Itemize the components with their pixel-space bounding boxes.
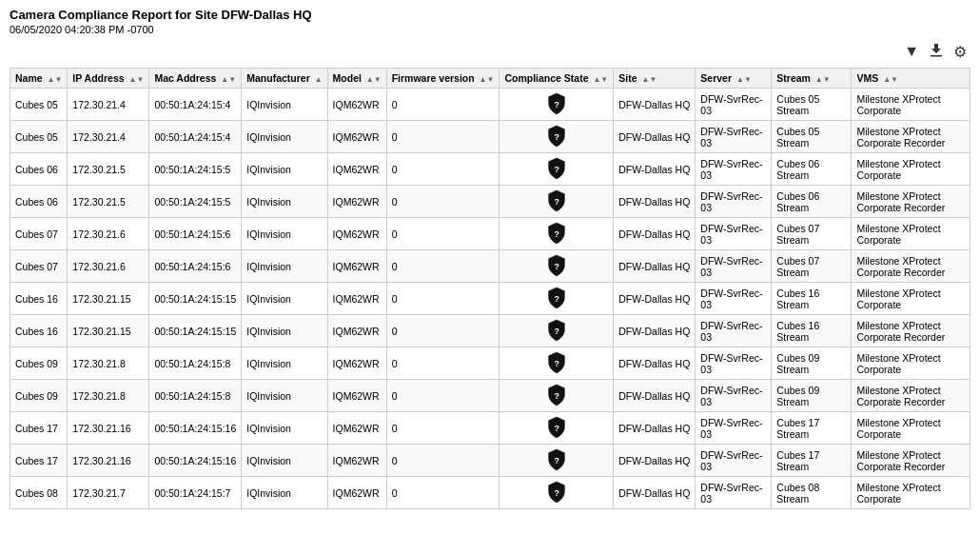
cell-model: IQM62WR — [327, 477, 386, 509]
cell-mac: 00:50:1A:24:15:5 — [149, 186, 242, 218]
cell-stream: Cubes 17 Stream — [772, 445, 852, 477]
cell-stream: Cubes 07 Stream — [772, 250, 852, 283]
compliance-shield-icon: ? — [544, 253, 569, 278]
cell-stream: Cubes 06 Stream — [772, 153, 852, 186]
svg-text:?: ? — [554, 99, 559, 109]
col-header-server[interactable]: Server ▲▼ — [696, 69, 772, 89]
col-header-compliance[interactable]: Compliance State ▲▼ — [500, 69, 614, 89]
cell-name: Cubes 07 — [10, 250, 68, 283]
cell-manufacturer: IQInvision — [242, 89, 327, 121]
compliance-table: Name ▲▼ IP Address ▲▼ Mac Address ▲▼ Man… — [10, 68, 970, 509]
table-row: Cubes 06172.30.21.500:50:1A:24:15:5IQInv… — [10, 186, 970, 218]
cell-compliance: ? — [500, 477, 614, 509]
cell-vms: Milestone XProtect Corporate — [852, 218, 970, 250]
cell-manufacturer: IQInvision — [242, 250, 327, 283]
cell-server: DFW-SvrRec-03 — [696, 250, 772, 283]
cell-mac: 00:50:1A:24:15:4 — [149, 89, 242, 121]
cell-name: Cubes 08 — [10, 477, 68, 509]
cell-ip: 172.30.21.8 — [68, 380, 149, 412]
compliance-shield-icon: ? — [544, 188, 569, 213]
cell-mac: 00:50:1A:24:15:16 — [149, 445, 242, 477]
cell-stream: Cubes 08 Stream — [772, 477, 852, 509]
cell-site: DFW-Dallas HQ — [614, 347, 696, 380]
compliance-shield-icon: ? — [544, 447, 569, 472]
cell-stream: Cubes 05 Stream — [772, 121, 852, 153]
col-header-model[interactable]: Model ▲▼ — [327, 69, 386, 89]
filter-icon[interactable]: ▼ — [904, 43, 919, 62]
page-wrapper: Camera Compliance Report for Site DFW-Da… — [0, 0, 980, 535]
download-icon[interactable] — [929, 43, 944, 62]
cell-vms: Milestone XProtect Corporate Recorder — [852, 315, 970, 347]
cell-model: IQM62WR — [327, 347, 386, 380]
cell-compliance: ? — [500, 347, 614, 380]
cell-mac: 00:50:1A:24:15:5 — [149, 153, 242, 186]
cell-model: IQM62WR — [327, 380, 386, 412]
cell-site: DFW-Dallas HQ — [614, 412, 696, 445]
cell-server: DFW-SvrRec-03 — [696, 186, 772, 218]
cell-firmware: 0 — [386, 445, 500, 477]
cell-server: DFW-SvrRec-03 — [696, 218, 772, 250]
cell-site: DFW-Dallas HQ — [614, 380, 696, 412]
compliance-shield-icon: ? — [544, 124, 569, 149]
col-header-mac[interactable]: Mac Address ▲▼ — [149, 69, 242, 89]
report-date: 06/05/2020 04:20:38 PM -0700 — [10, 24, 970, 35]
col-header-vms[interactable]: VMS ▲▼ — [852, 69, 970, 89]
cell-mac: 00:50:1A:24:15:16 — [149, 412, 242, 445]
table-row: Cubes 16172.30.21.1500:50:1A:24:15:15IQI… — [10, 283, 970, 315]
cell-site: DFW-Dallas HQ — [614, 250, 696, 283]
table-row: Cubes 09172.30.21.800:50:1A:24:15:8IQInv… — [10, 380, 970, 412]
report-title: Camera Compliance Report for Site DFW-Da… — [10, 8, 970, 22]
svg-text:?: ? — [554, 164, 559, 174]
cell-site: DFW-Dallas HQ — [614, 89, 696, 121]
col-header-name[interactable]: Name ▲▼ — [10, 69, 68, 89]
cell-mac: 00:50:1A:24:15:6 — [149, 218, 242, 250]
cell-firmware: 0 — [386, 380, 500, 412]
cell-ip: 172.30.21.8 — [68, 347, 149, 380]
table-row: Cubes 16172.30.21.1500:50:1A:24:15:15IQI… — [10, 315, 970, 347]
table-row: Cubes 06172.30.21.500:50:1A:24:15:5IQInv… — [10, 153, 970, 186]
cell-vms: Milestone XProtect Corporate Recorder — [852, 250, 970, 283]
col-header-firmware[interactable]: Firmware version ▲▼ — [386, 69, 500, 89]
cell-ip: 172.30.21.15 — [68, 315, 149, 347]
cell-vms: Milestone XProtect Corporate — [852, 477, 970, 509]
cell-vms: Milestone XProtect Corporate Recorder — [852, 380, 970, 412]
cell-vms: Milestone XProtect Corporate Recorder — [852, 445, 970, 477]
cell-manufacturer: IQInvision — [242, 121, 327, 153]
cell-vms: Milestone XProtect Corporate — [852, 412, 970, 445]
cell-stream: Cubes 16 Stream — [772, 315, 852, 347]
cell-firmware: 0 — [386, 218, 500, 250]
cell-compliance: ? — [500, 89, 614, 121]
cell-model: IQM62WR — [327, 218, 386, 250]
compliance-shield-icon: ? — [544, 156, 569, 181]
table-row: Cubes 17172.30.21.1600:50:1A:24:15:16IQI… — [10, 445, 970, 477]
cell-site: DFW-Dallas HQ — [614, 283, 696, 315]
compliance-shield-icon: ? — [544, 350, 569, 375]
cell-server: DFW-SvrRec-03 — [696, 445, 772, 477]
cell-server: DFW-SvrRec-03 — [696, 347, 772, 380]
cell-model: IQM62WR — [327, 445, 386, 477]
cell-stream: Cubes 07 Stream — [772, 218, 852, 250]
compliance-shield-icon: ? — [544, 480, 569, 505]
cell-ip: 172.30.21.6 — [68, 250, 149, 283]
settings-icon[interactable]: ⚙ — [953, 43, 967, 62]
cell-compliance: ? — [500, 380, 614, 412]
col-header-manufacturer[interactable]: Manufacturer ▲ — [242, 69, 327, 89]
cell-firmware: 0 — [386, 477, 500, 509]
svg-text:?: ? — [554, 455, 559, 466]
col-header-stream[interactable]: Stream ▲▼ — [772, 69, 852, 89]
cell-name: Cubes 05 — [10, 89, 68, 121]
cell-model: IQM62WR — [327, 315, 386, 347]
cell-compliance: ? — [500, 445, 614, 477]
svg-rect-0 — [931, 55, 942, 57]
table-row: Cubes 09172.30.21.800:50:1A:24:15:8IQInv… — [10, 347, 970, 380]
table-row: Cubes 17172.30.21.1600:50:1A:24:15:16IQI… — [10, 412, 970, 445]
table-header-row: Name ▲▼ IP Address ▲▼ Mac Address ▲▼ Man… — [10, 69, 970, 89]
cell-ip: 172.30.21.6 — [68, 218, 149, 250]
col-header-ip[interactable]: IP Address ▲▼ — [68, 69, 149, 89]
cell-firmware: 0 — [386, 347, 500, 380]
col-header-site[interactable]: Site ▲▼ — [614, 69, 696, 89]
cell-model: IQM62WR — [327, 121, 386, 153]
cell-manufacturer: IQInvision — [242, 186, 327, 218]
cell-manufacturer: IQInvision — [242, 445, 327, 477]
cell-name: Cubes 09 — [10, 347, 68, 380]
